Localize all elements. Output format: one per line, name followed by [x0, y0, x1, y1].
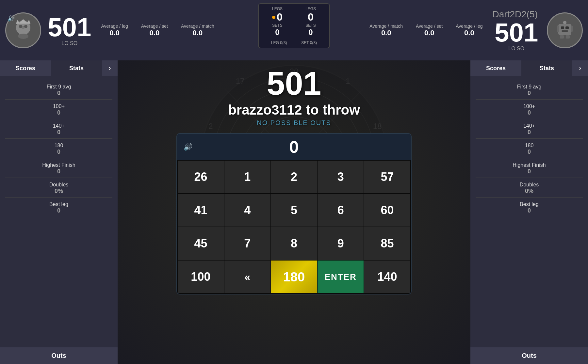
left-sets-value: 0	[268, 28, 287, 37]
left-avg-leg-value: 0.0	[101, 29, 128, 37]
left-legs-col: LEGS 0 SETS 0	[268, 7, 287, 37]
numpad-display: 🔊 0	[177, 134, 411, 160]
right-stat-row: Doubles0%	[476, 179, 583, 198]
btn-4[interactable]: 4	[224, 194, 270, 227]
right-avg-match: Average / match 0.0	[369, 24, 403, 37]
left-panel-tabs: Scores Stats ›	[0, 60, 118, 76]
svg-marker-7	[16, 19, 30, 24]
right-legs-label: LEGS	[301, 7, 320, 11]
svg-rect-13	[562, 30, 568, 32]
right-stat-row: Highest Finish0	[476, 160, 583, 178]
robot-icon	[552, 17, 578, 43]
player-left-avatar: 🔊	[5, 12, 41, 48]
right-stats-grid: First 9 avg0100+0140+01800Highest Finish…	[470, 76, 588, 222]
left-stat-row: 1800	[5, 140, 112, 158]
svg-point-9	[18, 34, 28, 39]
btn-60[interactable]: 60	[364, 194, 410, 227]
right-avg-match-value: 0.0	[369, 29, 403, 37]
player-right: Average / match 0.0 Average / set 0.0 Av…	[294, 9, 583, 52]
left-avg-leg: Average / leg 0.0	[101, 24, 128, 37]
right-avg-set-label: Average / set	[416, 24, 443, 29]
to-throw-text: brazzo3112 to throw	[228, 102, 360, 118]
svg-rect-10	[558, 24, 571, 35]
score-header: LEGS 0 SETS 0 LEGS 0 SETS 0	[264, 7, 324, 37]
btn-45[interactable]: 45	[178, 227, 224, 260]
svg-rect-17	[571, 25, 573, 32]
left-averages: Average / leg 0.0 Average / set 0.0 Aver…	[101, 24, 214, 37]
btn-enter[interactable]: ENTER	[318, 261, 364, 293]
no-outs-text: NO POSSIBLE OUTS	[257, 119, 331, 127]
center-content: 501 brazzo3112 to throw NO POSSIBLE OUTS…	[118, 60, 470, 294]
left-tab-stats[interactable]: Stats	[51, 60, 102, 76]
svg-rect-19	[566, 35, 570, 39]
right-tab-stats[interactable]: Stats	[521, 60, 572, 76]
btn-2[interactable]: 2	[271, 161, 317, 193]
left-legs-label: LEGS	[268, 7, 287, 11]
left-stat-row: Doubles0%	[5, 179, 112, 198]
left-avg-match: Average / match 0.0	[181, 24, 214, 37]
right-legs-value: 0	[301, 11, 320, 23]
right-averages: Average / match 0.0 Average / set 0.0 Av…	[369, 24, 482, 37]
left-avg-set: Average / set 0.0	[141, 24, 168, 37]
main-area: Scores Stats › First 9 avg0100+0140+0180…	[0, 60, 588, 364]
btn-7[interactable]: 7	[224, 227, 270, 260]
right-stat-row: Best leg0	[476, 199, 583, 217]
left-stat-row: 100+0	[5, 101, 112, 119]
right-stat-row: 1800	[476, 140, 583, 158]
btn-3[interactable]: 3	[318, 161, 364, 193]
right-avg-leg-label: Average / leg	[456, 24, 482, 29]
btn-6[interactable]: 6	[318, 194, 364, 227]
btn-140[interactable]: 140	[364, 261, 410, 293]
left-sets-label: SETS	[268, 23, 287, 28]
right-outs: Outs	[470, 347, 588, 364]
right-avg-leg: Average / leg 0.0	[456, 24, 482, 37]
svg-point-8	[22, 26, 24, 29]
svg-rect-11	[561, 26, 564, 29]
btn-1[interactable]: 1	[224, 161, 270, 193]
btn-85[interactable]: 85	[364, 227, 410, 260]
btn-5[interactable]: 5	[271, 194, 317, 227]
numpad-sound-icon[interactable]: 🔊	[184, 143, 192, 151]
right-tab-scores[interactable]: Scores	[470, 60, 521, 76]
left-panel-arrow[interactable]: ›	[102, 60, 118, 76]
btn-26[interactable]: 26	[178, 161, 224, 193]
left-avg-set-label: Average / set	[141, 24, 168, 29]
btn-8[interactable]: 8	[271, 227, 317, 260]
svg-rect-18	[560, 35, 564, 39]
left-avg-match-label: Average / match	[181, 24, 214, 29]
right-score-block: Dart2D2(5) 501 LO SO	[493, 9, 540, 52]
btn-backspace[interactable]: «	[224, 261, 270, 293]
center-area: 20 1 18 4 13 6 10 15 2 17 501 brazzo3112…	[118, 60, 470, 364]
sound-icon-left[interactable]: 🔊	[8, 15, 15, 22]
numpad-grid: 26 1 2 3 57 41 4 5 6 60 45 7 8 9 85 100	[177, 160, 411, 294]
left-stats-grid: First 9 avg0100+0140+01800Highest Finish…	[0, 76, 118, 222]
numpad-current-value: 0	[289, 137, 299, 157]
numpad-container: 🔊 0 26 1 2 3 57 41 4 5 6 60 45 7 8	[176, 133, 412, 294]
right-stat-row: 100+0	[476, 101, 583, 119]
right-avg-set: Average / set 0.0	[416, 24, 443, 37]
right-stat-row: First 9 avg0	[476, 81, 583, 100]
score-bottom: LEG 0(3) SET 0(3)	[264, 39, 324, 45]
left-avg-leg-label: Average / leg	[101, 24, 128, 29]
right-panel-arrow[interactable]: ›	[572, 60, 588, 76]
btn-180[interactable]: 180	[271, 261, 317, 293]
svg-rect-16	[557, 25, 559, 32]
left-outs: Outs	[0, 347, 118, 364]
right-stat-row: 140+0	[476, 120, 583, 139]
right-sets-label: SETS	[301, 23, 320, 28]
left-avg-set-value: 0.0	[141, 29, 168, 37]
left-tab-scores[interactable]: Scores	[0, 60, 51, 76]
right-legs-col: LEGS 0 SETS 0	[301, 7, 320, 37]
btn-9[interactable]: 9	[318, 227, 364, 260]
right-leg-info: SET 0(3)	[301, 40, 317, 45]
btn-100[interactable]: 100	[178, 261, 224, 293]
btn-41[interactable]: 41	[178, 194, 224, 227]
btn-57[interactable]: 57	[364, 161, 410, 193]
right-panel: › Stats Scores First 9 avg0100+0140+0180…	[470, 60, 588, 364]
top-bar: 🔊 501 LO SO Average /	[0, 0, 588, 60]
center-scoreboard: LEGS 0 SETS 0 LEGS 0 SETS 0 LEG 0(3) SET…	[258, 3, 330, 48]
svg-point-1	[19, 25, 22, 28]
right-avg-set-value: 0.0	[416, 29, 443, 37]
left-leg-info: LEG 0(3)	[271, 40, 287, 45]
left-avg-match-value: 0.0	[181, 29, 214, 37]
